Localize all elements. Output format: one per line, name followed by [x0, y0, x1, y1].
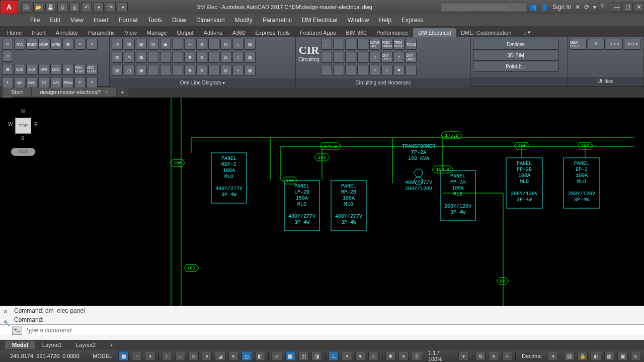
- menu-view[interactable]: View: [65, 14, 89, 26]
- filter-toggle[interactable]: ▼: [355, 351, 365, 361]
- menu-window[interactable]: Window: [343, 14, 374, 26]
- ribbon-button[interactable]: ⊕: [196, 39, 207, 50]
- ribbon-tab-output[interactable]: Output: [172, 28, 199, 37]
- zoom-dropdown[interactable]: ▾: [458, 351, 468, 361]
- osnap-toggle[interactable]: ◻: [242, 351, 252, 361]
- help-search-input[interactable]: [441, 2, 526, 12]
- lineweight-toggle[interactable]: ≡: [272, 351, 282, 361]
- ribbon-button[interactable]: ⤢: [369, 65, 380, 76]
- ribbon-button[interactable]: UTIL ▾: [606, 39, 623, 50]
- ribbon-button[interactable]: ▣: [160, 39, 171, 50]
- hardware-toggle[interactable]: ▦: [604, 351, 614, 361]
- help-dropdown-icon[interactable]: ▾: [593, 4, 596, 11]
- ribbon-button[interactable]: ARC FLSH: [87, 64, 98, 75]
- ribbon-button[interactable]: UPS: [38, 64, 49, 75]
- layout-tab-layout1[interactable]: Layout1: [35, 341, 69, 349]
- help-icon[interactable]: ?: [600, 4, 604, 11]
- ribbon-button[interactable]: LVD: [50, 77, 61, 88]
- ribbon-button[interactable]: [345, 65, 356, 76]
- command-input[interactable]: [25, 327, 644, 334]
- exchange-icon[interactable]: ✕: [575, 4, 580, 11]
- layout-tab-+[interactable]: +: [103, 341, 120, 349]
- ribbon-button[interactable]: [208, 65, 219, 76]
- isolate-toggle[interactable]: ◐: [591, 351, 601, 361]
- menu-file[interactable]: File: [25, 14, 45, 26]
- close-icon[interactable]: ✕: [3, 308, 8, 315]
- ribbon-tab-view[interactable]: View: [120, 28, 142, 37]
- ribbon-button[interactable]: ▦: [62, 64, 73, 75]
- menu-edit[interactable]: Edit: [45, 14, 65, 26]
- menu-draw[interactable]: Draw: [167, 14, 191, 26]
- panel-title[interactable]: Utilities: [568, 77, 643, 86]
- ribbon-expand-icon[interactable]: ⬚ ▾: [516, 28, 536, 37]
- menu-insert[interactable]: Insert: [89, 14, 114, 26]
- ribbon-tab-performance[interactable]: Performance: [371, 28, 413, 37]
- command-line[interactable]: ▸_: [0, 324, 644, 335]
- ribbon-button[interactable]: ↻: [87, 39, 98, 50]
- ribbon-tab-express-tools[interactable]: Express Tools: [251, 28, 295, 37]
- ribbon-tab-annotate[interactable]: Annotate: [51, 28, 83, 37]
- iso-toggle[interactable]: ◢: [215, 351, 225, 361]
- menu-dm-electrical[interactable]: DM Electrical: [297, 14, 343, 26]
- ribbon-button[interactable]: XFMR: [38, 39, 49, 50]
- ribbon-button[interactable]: ▤: [220, 39, 231, 50]
- ribbon-tab-dme--customization[interactable]: DME: Customization: [456, 28, 516, 37]
- ribbon-tab-insert[interactable]: Insert: [27, 28, 51, 37]
- infocenter-icon[interactable]: 👥: [529, 4, 537, 11]
- viewcube-top[interactable]: TOP: [15, 118, 31, 134]
- ribbon-button[interactable]: ⟲: [112, 39, 123, 50]
- ribbon-button[interactable]: [172, 52, 183, 63]
- viewcube-south[interactable]: S: [21, 136, 25, 141]
- ribbon-button[interactable]: ⤵: [232, 52, 244, 63]
- ribbon-tab-dm-electrical[interactable]: DM Electrical: [413, 28, 456, 37]
- ribbon-button[interactable]: ▤: [220, 52, 231, 63]
- save-icon[interactable]: 💾: [45, 2, 55, 12]
- ribbon-button[interactable]: ⊗: [196, 52, 207, 63]
- signin-link[interactable]: Sign In: [552, 4, 571, 11]
- panel-title[interactable]: Circuiting and Homeruns: [296, 78, 470, 87]
- annoscale-dropdown[interactable]: ▾: [398, 351, 409, 361]
- ribbon-button[interactable]: [357, 65, 368, 76]
- ribbon-tab-add-ins[interactable]: Add-ins: [199, 28, 227, 37]
- ribbon-button[interactable]: 🔍: [588, 39, 605, 50]
- dynucs-toggle[interactable]: ⊥: [329, 351, 339, 361]
- plus-icon[interactable]: +: [502, 351, 512, 361]
- tab-start[interactable]: Start: [3, 87, 31, 97]
- ribbon-button[interactable]: HELP ▾: [624, 39, 641, 50]
- ribbon-button[interactable]: [321, 52, 332, 63]
- maximize-button[interactable]: ◻: [623, 3, 633, 12]
- ribbon-button[interactable]: PAN FLSH: [74, 64, 86, 75]
- ribbon-button[interactable]: ⤡: [381, 65, 392, 76]
- cleanscreen-toggle[interactable]: ▣: [617, 351, 627, 361]
- ribbon-button[interactable]: [345, 52, 356, 63]
- snap-toggle[interactable]: ▫: [132, 351, 142, 361]
- snap-dropdown[interactable]: ▾: [145, 351, 155, 361]
- redo-dropdown-icon[interactable]: ▾: [118, 2, 128, 12]
- ribbon-button[interactable]: ▦: [2, 64, 13, 75]
- ribbon-button[interactable]: ↗: [393, 52, 405, 63]
- transparency-toggle[interactable]: ▦: [285, 351, 295, 361]
- ribbon-button[interactable]: ⊞: [2, 39, 13, 50]
- space-mode[interactable]: MODEL: [90, 353, 115, 359]
- ribbon-button[interactable]: [357, 52, 368, 63]
- ribbon-button[interactable]: ▥: [112, 52, 123, 63]
- viewcube-north[interactable]: N: [21, 109, 25, 114]
- viewcube-east[interactable]: E: [34, 122, 38, 127]
- ribbon-button[interactable]: ⤹: [232, 39, 244, 50]
- ortho-toggle[interactable]: ∟: [175, 351, 185, 361]
- dynucs-dropdown[interactable]: ▾: [342, 351, 352, 361]
- ribbon-button[interactable]: [148, 52, 159, 63]
- ribbon-button[interactable]: ▦: [245, 39, 256, 50]
- polar-toggle[interactable]: ⊙: [188, 351, 198, 361]
- ribbon-button[interactable]: ✖: [184, 52, 195, 63]
- viewcube[interactable]: N S E W TOP WCS: [7, 104, 39, 155]
- panel-title[interactable]: One-Line Diagram ▾: [110, 78, 295, 87]
- circuiting-button[interactable]: CIR Circuiting: [298, 39, 320, 67]
- undo-icon[interactable]: ↶: [82, 2, 92, 12]
- ribbon-button[interactable]: SWBD: [26, 39, 37, 50]
- ribbon-button[interactable]: [172, 65, 183, 76]
- ribbon-button[interactable]: GEN: [26, 77, 37, 88]
- ribbon-button[interactable]: [321, 65, 332, 76]
- panel-title[interactable]: [471, 77, 567, 86]
- ribbon-button[interactable]: [160, 65, 171, 76]
